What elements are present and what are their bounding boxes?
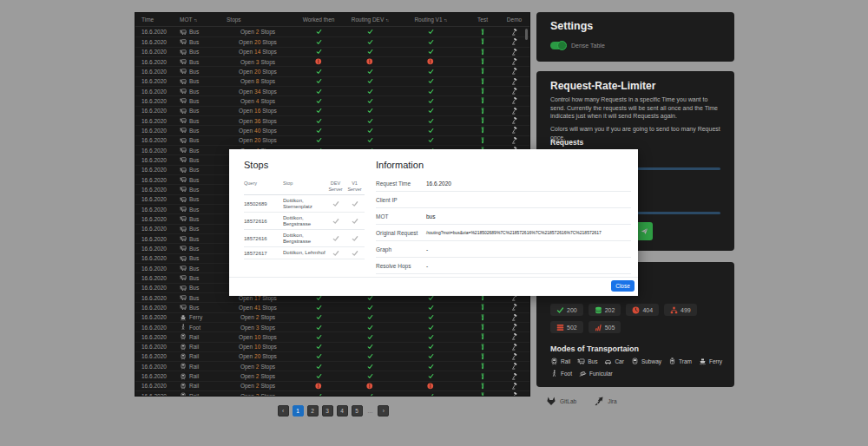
demo-action[interactable] (500, 314, 529, 321)
demo-action[interactable] (500, 304, 529, 311)
demo-action[interactable] (500, 333, 529, 340)
footer-link-gitlab[interactable]: GitLab (546, 396, 576, 406)
pagination-page-4[interactable]: 4 (337, 405, 348, 416)
open-stops-link[interactable]: Open3Stops (222, 59, 293, 65)
table-row[interactable]: 16.6.2020RailOpen2Stops (135, 361, 529, 371)
demo-action[interactable] (500, 38, 529, 45)
table-row[interactable]: 16.6.2020RailOpen2Stops (135, 390, 529, 397)
test-action[interactable] (465, 108, 500, 115)
test-action[interactable] (465, 363, 500, 370)
demo-action[interactable] (500, 88, 529, 95)
test-action[interactable] (465, 117, 500, 124)
mode-rail[interactable]: Rail (550, 357, 570, 365)
mode-subway[interactable]: Subway (631, 357, 661, 365)
table-row[interactable]: 16.6.2020BusOpen4Stops (135, 95, 529, 105)
table-row[interactable]: 16.6.2020BusOpen16Stops (135, 106, 529, 115)
test-action[interactable] (465, 127, 500, 134)
demo-action[interactable] (500, 383, 529, 390)
test-action[interactable] (465, 373, 500, 380)
test-action[interactable] (465, 29, 500, 36)
column-header-mot[interactable]: MOT↑↓ (174, 16, 222, 23)
open-stops-link[interactable]: Open20Stops (222, 353, 293, 359)
table-scrollbar[interactable] (525, 29, 528, 40)
status-badge-404[interactable]: 404 (626, 304, 659, 316)
mode-funicular[interactable]: Funicular (579, 370, 613, 377)
open-stops-link[interactable]: Open20Stops (222, 39, 293, 45)
table-row[interactable]: 16.6.2020BusOpen2Stops (135, 27, 529, 36)
pagination-page-2[interactable]: 2 (307, 405, 319, 416)
test-action[interactable] (465, 97, 500, 104)
demo-action[interactable] (500, 78, 529, 85)
close-button[interactable]: Close (611, 280, 635, 292)
mode-bus[interactable]: Bus (577, 357, 597, 365)
open-stops-link[interactable]: Open36Stops (222, 118, 293, 124)
pagination-next[interactable]: › (378, 405, 389, 416)
table-row[interactable]: 16.6.2020RailOpen2Stops (135, 371, 529, 380)
column-header-routing-dev[interactable]: Routing DEV↑↓ (344, 16, 396, 23)
table-row[interactable]: 16.6.2020BusOpen14Stops (135, 47, 529, 56)
mode-foot[interactable]: Foot (550, 370, 572, 377)
status-badge-502[interactable]: 502 (550, 321, 583, 333)
demo-action[interactable] (500, 97, 529, 104)
demo-action[interactable] (500, 117, 529, 124)
open-stops-link[interactable]: Open8Stops (222, 78, 293, 84)
open-stops-link[interactable]: Open10Stops (222, 344, 293, 350)
demo-action[interactable] (500, 373, 529, 380)
demo-action[interactable] (500, 68, 529, 75)
open-stops-link[interactable]: Open2Stops (222, 383, 293, 389)
test-action[interactable] (465, 383, 500, 390)
demo-action[interactable] (500, 58, 529, 65)
table-row[interactable]: 16.6.2020BusOpen36Stops (135, 115, 529, 125)
open-stops-link[interactable]: Open4Stops (222, 98, 293, 104)
table-row[interactable]: 16.6.2020RailOpen20Stops (135, 351, 529, 361)
table-row[interactable]: 16.6.2020BusOpen20Stops (135, 36, 529, 46)
table-row[interactable]: 16.6.2020RailOpen10Stops (135, 331, 529, 341)
table-row[interactable]: 16.6.2020FerryOpen2Stops (135, 312, 529, 322)
table-row[interactable]: 16.6.2020BusOpen40Stops (135, 125, 529, 134)
open-stops-link[interactable]: Open3Stops (222, 325, 293, 331)
table-row[interactable]: 16.6.2020BusOpen8Stops (135, 76, 529, 86)
open-stops-link[interactable]: Open2Stops (222, 314, 293, 320)
demo-action[interactable] (500, 49, 529, 56)
demo-action[interactable] (500, 392, 529, 397)
test-action[interactable] (465, 68, 500, 75)
table-row[interactable]: 16.6.2020RailOpen10Stops (135, 342, 529, 351)
table-row[interactable]: 16.6.2020BusOpen41Stops (135, 302, 529, 312)
column-header-routing-v1[interactable]: Routing V1↑↓ (396, 16, 465, 23)
footer-link-jira[interactable]: Jira (594, 396, 616, 406)
open-stops-link[interactable]: Open14Stops (222, 49, 293, 55)
open-stops-link[interactable]: Open16Stops (222, 108, 293, 114)
table-row[interactable]: 16.6.2020BusOpen20Stops (135, 135, 529, 145)
pagination-page-1[interactable]: 1 (293, 405, 304, 416)
test-action[interactable] (465, 314, 500, 321)
test-action[interactable] (465, 49, 500, 56)
test-action[interactable] (465, 392, 500, 397)
mode-ferry[interactable]: Ferry (699, 357, 722, 365)
open-stops-link[interactable]: Open2Stops (222, 364, 293, 370)
test-action[interactable] (465, 324, 500, 331)
mode-car[interactable]: Car (604, 357, 623, 365)
test-action[interactable] (465, 78, 500, 85)
status-badge-200[interactable]: 200 (550, 304, 583, 316)
open-stops-link[interactable]: Open20Stops (222, 69, 293, 75)
pagination-page-3[interactable]: 3 (322, 405, 333, 416)
table-row[interactable]: 16.6.2020BusOpen34Stops (135, 86, 529, 95)
open-stops-link[interactable]: Open10Stops (222, 334, 293, 340)
demo-action[interactable] (500, 353, 529, 360)
table-row[interactable]: 16.6.2020FootOpen3Stops (135, 322, 529, 331)
test-action[interactable] (465, 38, 500, 45)
demo-action[interactable] (500, 344, 529, 351)
test-action[interactable] (465, 353, 500, 360)
table-row[interactable]: 16.6.2020RailOpen2Stops (135, 381, 529, 390)
mode-tram[interactable]: Tram (668, 357, 692, 365)
demo-action[interactable] (500, 324, 529, 331)
demo-action[interactable] (500, 137, 529, 144)
status-badge-505[interactable]: 505 (589, 321, 621, 333)
test-action[interactable] (465, 304, 500, 311)
dense-table-toggle[interactable] (550, 42, 565, 49)
table-row[interactable]: 16.6.2020BusOpen20Stops (135, 66, 529, 75)
open-stops-link[interactable]: Open40Stops (222, 128, 293, 134)
open-stops-link[interactable]: Open2Stops (222, 373, 293, 379)
pagination-prev[interactable]: ‹ (278, 405, 289, 416)
test-action[interactable] (465, 344, 500, 351)
